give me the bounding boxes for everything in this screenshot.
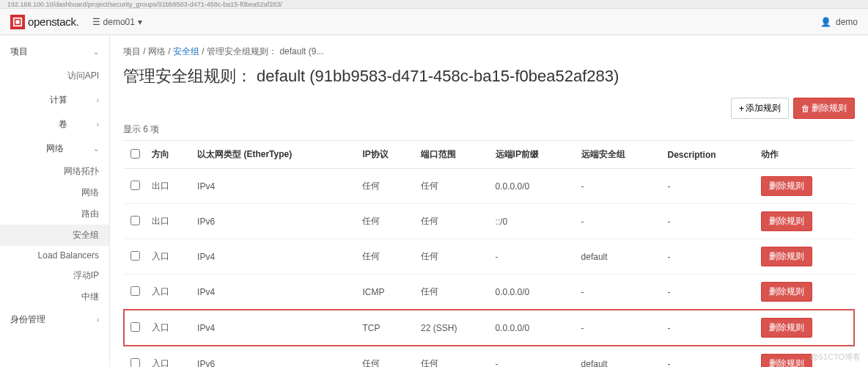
sidebar-item-identity[interactable]: 身份管理 ›: [0, 308, 109, 332]
sidebar-item-label: 项目: [10, 46, 28, 58]
row-checkbox[interactable]: [130, 251, 140, 261]
cell-actions: 删除规则: [755, 169, 854, 204]
sidebar-item-project[interactable]: 项目 ⌄: [0, 40, 109, 64]
cell-direction: 入口: [146, 239, 191, 275]
cell-direction: 入口: [146, 346, 191, 367]
table-row: 出口IPv4任何任何0.0.0.0/0--删除规则: [124, 169, 854, 204]
rules-table: 方向 以太网类型 (EtherType) IP协议 端口范围 远端IP前缀 远端…: [123, 140, 855, 367]
delete-rule-button[interactable]: 删除规则: [761, 247, 812, 266]
sidebar-item-access-api[interactable]: 访问API: [0, 64, 109, 88]
cell-direction: 出口: [146, 169, 191, 204]
cell-direction: 入口: [146, 275, 191, 310]
cell-description: -: [662, 204, 755, 239]
cell-ether-type: IPv6: [191, 204, 356, 239]
user-menu[interactable]: 👤 demo: [820, 17, 858, 27]
delete-rule-button[interactable]: 删除规则: [761, 211, 812, 231]
cell-description: -: [662, 310, 755, 346]
sidebar-item-networks[interactable]: 网络: [0, 182, 109, 203]
sidebar-item-security-groups[interactable]: 安全组: [0, 225, 109, 246]
topbar: openstack. ☰ demo01 ▾ 👤 demo: [0, 9, 868, 35]
sidebar-item-floating-ips[interactable]: 浮动IP: [0, 265, 109, 286]
col-direction[interactable]: 方向: [146, 141, 191, 169]
cell-direction: 出口: [146, 204, 191, 239]
add-rule-button[interactable]: + 添加规则: [731, 98, 789, 119]
sidebar-item-label: 网络拓扑: [64, 165, 99, 178]
col-remote-sg[interactable]: 远端安全组: [575, 141, 662, 169]
chevron-right-icon: ›: [97, 316, 99, 324]
chevron-right-icon: ›: [97, 96, 99, 104]
col-remote-ip-prefix[interactable]: 远端IP前缀: [490, 141, 575, 169]
delete-rules-button[interactable]: 🗑 删除规则: [793, 98, 855, 119]
delete-rule-button[interactable]: 删除规则: [761, 176, 812, 196]
cell-ip-protocol: 任何: [356, 346, 415, 367]
cell-remote-sg: -: [575, 169, 662, 204]
row-checkbox-cell: [124, 204, 146, 239]
sidebar-item-label: 访问API: [67, 70, 99, 82]
cell-ether-type: IPv4: [191, 310, 356, 346]
cell-description: -: [662, 169, 755, 204]
cell-port-range: 任何: [415, 204, 489, 239]
database-icon: ☰: [92, 17, 100, 27]
col-ether-type[interactable]: 以太网类型 (EtherType): [191, 141, 356, 169]
cell-port-range: 任何: [415, 169, 489, 204]
row-checkbox[interactable]: [130, 181, 140, 190]
select-all-header: [124, 141, 146, 169]
cell-ether-type: IPv4: [191, 239, 356, 275]
cell-description: -: [662, 275, 755, 310]
sidebar-item-label: 网络: [46, 142, 64, 155]
row-checkbox[interactable]: [130, 216, 140, 225]
row-checkbox[interactable]: [130, 286, 140, 296]
url-bar: 192.168.100.10/dashboard/project/securit…: [0, 0, 868, 9]
col-description[interactable]: Description: [662, 141, 755, 169]
delete-rule-button[interactable]: 删除规则: [761, 354, 812, 367]
select-all-checkbox[interactable]: [130, 149, 140, 159]
cell-ether-type: IPv4: [191, 169, 356, 204]
user-menu-label: demo: [836, 17, 858, 27]
cell-port-range: 22 (SSH): [415, 310, 489, 346]
cell-direction: 入口: [146, 310, 191, 346]
sidebar-item-trunks[interactable]: 中继: [0, 286, 109, 308]
breadcrumb-item: 项目: [123, 46, 141, 57]
svg-rect-1: [15, 20, 19, 23]
cell-remote-sg: default: [575, 239, 662, 275]
sidebar-item-load-balancers[interactable]: Load Balancers: [0, 246, 109, 265]
row-checkbox-cell: [124, 169, 146, 204]
sidebar-item-network[interactable]: 网络 ⌄: [0, 137, 109, 161]
table-row: 入口IPv4TCP22 (SSH)0.0.0.0/0--删除规则: [124, 310, 854, 346]
sidebar: 项目 ⌄ 访问API 计算 › 卷 › 网络 ⌄ 网络拓扑 网络 路由 安全组: [0, 35, 110, 367]
cell-ip-protocol: 任何: [356, 239, 415, 275]
sidebar-item-label: 路由: [81, 208, 99, 220]
cell-remote-sg: -: [575, 204, 662, 239]
cell-remote-ip-prefix: -: [490, 239, 575, 275]
delete-rule-button[interactable]: 删除规则: [761, 318, 812, 338]
action-bar: + 添加规则 🗑 删除规则: [123, 98, 855, 119]
breadcrumb-link[interactable]: 安全组: [173, 46, 199, 57]
project-selector[interactable]: ☰ demo01 ▾: [92, 17, 142, 27]
col-ip-protocol[interactable]: IP协议: [356, 141, 415, 169]
table-row: 入口IPv4ICMP任何0.0.0.0/0--删除规则: [124, 275, 854, 310]
cell-port-range: 任何: [415, 346, 489, 367]
page-title: 管理安全组规则： default (91bb9583-d471-458c-ba1…: [123, 65, 855, 87]
user-icon: 👤: [820, 17, 831, 27]
row-checkbox[interactable]: [130, 322, 140, 332]
sidebar-item-network-topology[interactable]: 网络拓扑: [0, 161, 109, 182]
cell-ip-protocol: 任何: [356, 169, 415, 204]
cell-remote-ip-prefix: -: [490, 346, 575, 367]
watermark: @51CTO博客: [811, 352, 861, 363]
sidebar-item-label: Load Balancers: [38, 250, 99, 261]
caret-down-icon: ▾: [138, 17, 142, 27]
plus-icon: +: [739, 103, 744, 114]
sidebar-item-routers[interactable]: 路由: [0, 203, 109, 225]
sidebar-item-compute[interactable]: 计算 ›: [0, 88, 109, 112]
sidebar-item-label: 身份管理: [10, 313, 45, 326]
cell-remote-sg: -: [575, 310, 662, 346]
sidebar-item-label: 卷: [59, 118, 67, 131]
row-checkbox[interactable]: [130, 358, 140, 368]
brand-logo[interactable]: openstack.: [10, 15, 79, 29]
col-port-range[interactable]: 端口范围: [415, 141, 489, 169]
delete-rule-button[interactable]: 删除规则: [761, 282, 812, 302]
cell-port-range: 任何: [415, 275, 489, 310]
sidebar-item-label: 中继: [81, 291, 99, 303]
sidebar-item-volumes[interactable]: 卷 ›: [0, 112, 109, 137]
cell-actions: 删除规则: [755, 239, 854, 275]
